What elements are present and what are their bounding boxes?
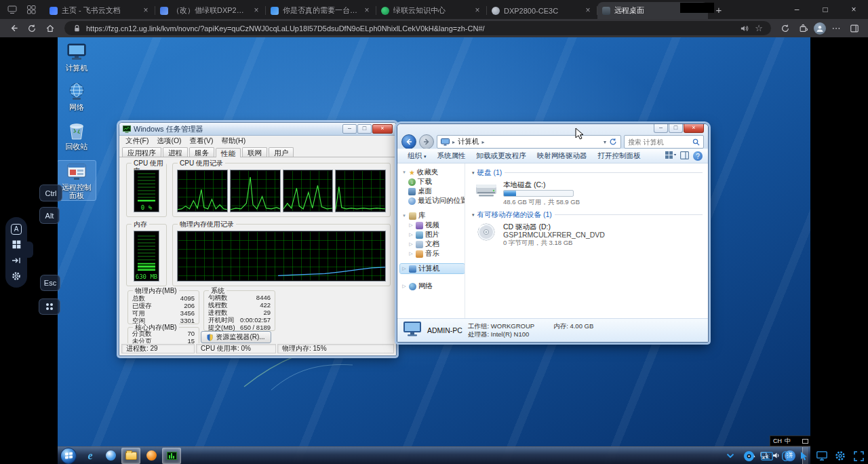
ime-mode-indicator[interactable]: 中 bbox=[785, 438, 791, 444]
desktop-icon-computer[interactable]: 计算机 bbox=[58, 41, 96, 73]
cdrom-item[interactable]: CD 驱动器 (D:) GSP1RMCULXFRER_CN_DVD 0 字节可用… bbox=[472, 220, 703, 250]
browser-tab[interactable]: 主页 - 飞书云文档 × bbox=[45, 2, 155, 19]
address-dropdown-icon[interactable]: ▾ bbox=[604, 139, 606, 145]
taskbar-taskmgr-icon[interactable] bbox=[162, 448, 181, 464]
collapse-chevron-icon[interactable] bbox=[724, 449, 737, 463]
tab-close-icon[interactable]: × bbox=[141, 6, 151, 16]
mouse-icon[interactable] bbox=[778, 449, 792, 463]
fullscreen-icon[interactable] bbox=[852, 449, 865, 463]
profile-avatar[interactable] bbox=[814, 22, 826, 35]
close-button[interactable]: × bbox=[372, 124, 393, 134]
more-menu-icon[interactable]: ⋯ bbox=[828, 20, 844, 37]
maximize-button[interactable]: □ bbox=[669, 124, 683, 133]
preview-pane-icon[interactable] bbox=[680, 151, 689, 161]
sidebar-music[interactable]: ▷ 音乐 bbox=[400, 249, 465, 258]
home-icon[interactable] bbox=[42, 20, 58, 37]
menu-help[interactable]: 帮助(H) bbox=[218, 136, 250, 146]
breadcrumb-bar[interactable]: ▸ 计算机 ▸ ▾ bbox=[437, 135, 621, 149]
sidebar-downloads[interactable]: ↓ 下载 bbox=[400, 177, 465, 187]
tab-processes[interactable]: 进程 bbox=[163, 147, 188, 157]
more-keys-button[interactable] bbox=[39, 298, 60, 315]
settings-gear-icon[interactable] bbox=[9, 269, 23, 283]
sidebar-network[interactable]: ▷ 网络 bbox=[400, 282, 465, 291]
favorite-star-icon[interactable]: ☆ bbox=[753, 23, 764, 34]
win-key-icon[interactable] bbox=[9, 238, 23, 252]
sidebar-documents[interactable]: ▷ 文档 bbox=[400, 239, 465, 249]
forward-button[interactable] bbox=[419, 134, 434, 149]
workspaces-icon[interactable] bbox=[24, 3, 38, 16]
keyboard-layout-icon[interactable] bbox=[802, 439, 808, 444]
alt-key-button[interactable]: Alt bbox=[39, 207, 60, 224]
help-icon[interactable]: ? bbox=[693, 151, 703, 161]
sidebar-toggle-icon[interactable] bbox=[846, 20, 863, 37]
sidebar-favorites[interactable]: ▾ ★ 收藏夹 bbox=[400, 168, 465, 177]
tab-applications[interactable]: 应用程序 bbox=[122, 147, 161, 157]
breadcrumb-computer[interactable]: 计算机 bbox=[458, 137, 479, 147]
address-bar[interactable]: ☆ bbox=[64, 21, 771, 35]
keyboard-icon[interactable] bbox=[760, 449, 774, 463]
section-harddisks[interactable]: ▾ 硬盘 (1) bbox=[472, 168, 703, 178]
menu-file[interactable]: 文件(F) bbox=[122, 136, 152, 146]
taskbar-explorer-icon[interactable] bbox=[121, 448, 140, 464]
tab-close-icon[interactable]: × bbox=[362, 6, 372, 16]
explorer-titlebar[interactable]: – □ × ▸ 计算机 bbox=[397, 124, 708, 163]
ctrl-key-button[interactable]: Ctrl bbox=[39, 185, 62, 201]
desktop-icon-recycle-bin[interactable]: 回收站 bbox=[58, 120, 96, 151]
pointer-icon[interactable] bbox=[797, 449, 810, 463]
tab-activity-icon[interactable] bbox=[5, 3, 19, 16]
display-icon[interactable] bbox=[815, 449, 829, 463]
browser-tab[interactable]: （改）借绿联DXP2800，简单… × bbox=[155, 2, 266, 19]
remote-desktop-canvas[interactable]: 计算机 网络 回收站 远程控制面板 bbox=[58, 37, 810, 464]
url-input[interactable] bbox=[86, 24, 734, 33]
desktop-icon-network[interactable]: 网络 bbox=[58, 81, 96, 112]
minimize-button[interactable]: – bbox=[342, 124, 357, 134]
tab-close-icon[interactable]: × bbox=[583, 6, 593, 16]
language-bar[interactable]: CH 中 bbox=[770, 436, 810, 446]
map-drive-button[interactable]: 映射网络驱动器 bbox=[532, 150, 592, 162]
taskbar-app-icon[interactable] bbox=[101, 448, 120, 464]
extensions-icon[interactable] bbox=[795, 20, 812, 37]
browser-tab[interactable]: DXP2800-CE3C × bbox=[487, 2, 597, 19]
menu-view[interactable]: 查看(V) bbox=[186, 136, 217, 146]
start-button[interactable] bbox=[60, 448, 77, 464]
minimize-button[interactable]: – bbox=[654, 124, 668, 133]
window-maximize-button[interactable]: □ bbox=[811, 0, 840, 19]
sidebar-libraries[interactable]: ▾ 库 bbox=[400, 211, 465, 220]
sidebar-videos[interactable]: ▷ 视频 bbox=[400, 220, 465, 230]
search-box[interactable] bbox=[624, 135, 704, 149]
browser-tab[interactable]: 你是否真的需要一台NAS？… × bbox=[266, 2, 376, 19]
sidebar-desktop[interactable]: 桌面 bbox=[400, 187, 465, 196]
maximize-button[interactable]: □ bbox=[357, 124, 372, 134]
tab-key-icon[interactable] bbox=[9, 254, 23, 267]
sync-icon[interactable] bbox=[777, 20, 793, 37]
window-minimize-button[interactable]: – bbox=[783, 0, 811, 19]
window-close-button[interactable]: × bbox=[840, 0, 868, 19]
refresh-icon[interactable] bbox=[24, 20, 40, 37]
tab-networking[interactable]: 联网 bbox=[242, 147, 267, 157]
toolbar-collapse-handle[interactable] bbox=[27, 241, 33, 258]
sidebar-computer[interactable]: ▷ 计算机 bbox=[400, 264, 465, 273]
tab-services[interactable]: 服务 bbox=[189, 147, 214, 157]
task-manager-titlebar[interactable]: Windows 任务管理器 – □ × bbox=[119, 123, 396, 136]
kvm-gear-icon[interactable] bbox=[833, 449, 847, 463]
tab-users[interactable]: 用户 bbox=[269, 147, 294, 157]
tab-close-icon[interactable]: × bbox=[473, 6, 482, 16]
organize-button[interactable]: 组织 ▾ bbox=[403, 150, 431, 162]
control-panel-button[interactable]: 打开控制面板 bbox=[593, 150, 645, 162]
read-aloud-icon[interactable] bbox=[738, 23, 749, 34]
back-icon[interactable] bbox=[5, 20, 22, 37]
tab-performance[interactable]: 性能 bbox=[216, 148, 241, 157]
drive-c-item[interactable]: 本地磁盘 (C:) 48.6 GB 可用，共 58.9 GB bbox=[472, 178, 703, 210]
taskbar-ie-icon[interactable]: e bbox=[81, 448, 100, 464]
refresh-address-icon[interactable] bbox=[609, 138, 617, 146]
resource-monitor-button[interactable]: 资源监视器(R)... bbox=[201, 331, 271, 343]
sidebar-pictures[interactable]: ▷ 图片 bbox=[400, 230, 465, 239]
tab-close-icon[interactable]: × bbox=[252, 6, 261, 16]
menu-options[interactable]: 选项(O) bbox=[153, 136, 184, 146]
section-removable[interactable]: ▾ 有可移动存储的设备 (1) bbox=[472, 210, 703, 220]
system-properties-button[interactable]: 系统属性 bbox=[432, 150, 470, 162]
back-button[interactable] bbox=[401, 134, 416, 149]
remote-connection-badge[interactable] bbox=[742, 449, 755, 463]
browser-tab[interactable]: 绿联云知识中心 × bbox=[376, 2, 487, 19]
search-input[interactable] bbox=[628, 138, 690, 146]
